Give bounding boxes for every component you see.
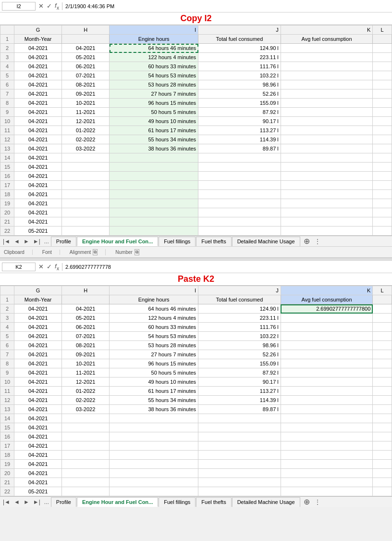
cell-H-b[interactable]: 03-2022 <box>62 405 110 414</box>
tab-fuel-fillings-top[interactable]: Fuel fillings <box>159 237 196 246</box>
ribbon-number-dialog[interactable]: ⧉ <box>135 249 139 255</box>
col-header-I[interactable]: I <box>110 25 198 35</box>
cell-J-b[interactable] <box>198 432 281 441</box>
cell-H[interactable] <box>62 181 110 190</box>
cell-K[interactable] <box>281 190 373 199</box>
tab-detailed-usage-bottom[interactable]: Detailed Machine Usage <box>232 497 300 507</box>
cell-H-b[interactable] <box>62 451 110 460</box>
tab-detailed-usage-top[interactable]: Detailed Machine Usage <box>232 237 300 246</box>
cell-J-b[interactable] <box>198 460 281 469</box>
cell-K-b[interactable]: 2.69902777777777800 <box>281 304 373 314</box>
cell-H[interactable]: 06-2021 <box>62 62 110 71</box>
cell-J-b[interactable]: 87.92 l <box>198 368 281 377</box>
cell-G-b[interactable]: 04-2021 <box>14 323 62 332</box>
col-header-I-b[interactable]: I <box>110 286 198 295</box>
cell-K[interactable] <box>281 53 373 62</box>
cell-H-b[interactable]: 08-2021 <box>62 341 110 350</box>
cell-J-b[interactable]: 114.39 l <box>198 396 281 405</box>
cell-I[interactable]: 60 hours 33 minutes <box>110 62 198 71</box>
col-header-H-b[interactable]: H <box>62 286 110 295</box>
cell-J[interactable]: 98.96 l <box>198 80 281 89</box>
cell-J[interactable] <box>198 181 281 190</box>
cell-J[interactable]: 113.27 l <box>198 126 281 135</box>
col-header-L-b[interactable]: L <box>373 286 392 295</box>
cell-G-b[interactable]: 04-2021 <box>14 469 62 478</box>
tab-add-bottom[interactable]: ⊕ <box>301 497 313 506</box>
cell-J[interactable]: 89.87 l <box>198 144 281 153</box>
cell-K[interactable] <box>281 144 373 153</box>
cell-K[interactable] <box>281 108 373 117</box>
cell-K[interactable] <box>281 89 373 99</box>
cell-I[interactable] <box>110 199 198 208</box>
cell-J[interactable]: 223.11 l <box>198 53 281 62</box>
cell-I-b[interactable]: 60 hours 33 minutes <box>110 323 198 332</box>
cell-G-b[interactable]: 04-2021 <box>14 314 62 323</box>
cell-G[interactable]: 05-2021 <box>14 226 62 236</box>
cell-J-b[interactable]: 223.11 l <box>198 314 281 323</box>
cell-H[interactable] <box>62 172 110 181</box>
cell-G-b[interactable]: 05-2021 <box>14 487 62 496</box>
cell-I[interactable]: 53 hours 28 minutes <box>110 80 198 89</box>
tab-nav-prev-b[interactable]: ◄ <box>12 499 22 505</box>
tab-profile-bottom[interactable]: Profile <box>51 497 76 507</box>
col-header-G[interactable]: G <box>14 25 62 35</box>
cell-ref-bottom[interactable] <box>2 263 36 271</box>
cell-I-b[interactable] <box>110 432 198 441</box>
cell-I[interactable]: 50 hours 5 minutes <box>110 108 198 117</box>
cell-H[interactable] <box>62 208 110 217</box>
cell-I[interactable] <box>110 208 198 217</box>
cell-I-b[interactable] <box>110 451 198 460</box>
cell-K[interactable] <box>281 153 373 163</box>
cell-K[interactable] <box>281 208 373 217</box>
cell-K[interactable] <box>281 99 373 108</box>
cell-H[interactable] <box>62 226 110 236</box>
cell-H[interactable]: 08-2021 <box>62 80 110 89</box>
cell-H-b[interactable] <box>62 423 110 432</box>
cell-G-b[interactable]: 04-2021 <box>14 368 62 377</box>
cell-K[interactable] <box>281 80 373 89</box>
cell-G[interactable]: 04-2021 <box>14 71 62 80</box>
cell-I-b[interactable] <box>110 469 198 478</box>
cell-J-b[interactable]: 111.76 l <box>198 323 281 332</box>
tab-nav-next-b[interactable]: ► <box>22 499 31 505</box>
cell-J[interactable] <box>198 172 281 181</box>
cell-H[interactable]: 09-2021 <box>62 89 110 99</box>
cell-H[interactable] <box>62 163 110 172</box>
cell-K-b[interactable] <box>281 405 373 414</box>
cell-I[interactable]: 27 hours 7 minutes <box>110 89 198 99</box>
cell-K-b[interactable] <box>281 487 373 496</box>
cell-G[interactable]: 04-2021 <box>14 208 62 217</box>
tab-engine-fuel-bottom[interactable]: Engine Hour and Fuel Con... <box>77 497 158 507</box>
cell-I-b[interactable]: 53 hours 28 minutes <box>110 341 198 350</box>
cell-J[interactable] <box>198 226 281 236</box>
cell-J[interactable] <box>198 208 281 217</box>
cell-J-b[interactable] <box>198 469 281 478</box>
cell-J[interactable]: 111.76 l <box>198 62 281 71</box>
cell-I-b[interactable] <box>110 414 198 423</box>
cell-J-b[interactable]: 52.26 l <box>198 350 281 359</box>
cell-I[interactable] <box>110 217 198 226</box>
col-header-H[interactable]: H <box>62 25 110 35</box>
cell-J[interactable]: 155.09 l <box>198 99 281 108</box>
cell-I-b[interactable] <box>110 423 198 432</box>
cell-G-b[interactable]: 04-2021 <box>14 478 62 487</box>
cell-H[interactable]: 07-2021 <box>62 71 110 80</box>
cell-J-b[interactable] <box>198 451 281 460</box>
cell-J[interactable]: 114.39 l <box>198 135 281 144</box>
cell-G[interactable]: 04-2021 <box>14 199 62 208</box>
cell-I[interactable] <box>110 226 198 236</box>
cell-G[interactable]: 04-2021 <box>14 99 62 108</box>
tab-fuel-thefts-bottom[interactable]: Fuel thefts <box>196 497 231 507</box>
tab-nav-next[interactable]: ► <box>22 238 31 245</box>
cell-H-b[interactable] <box>62 441 110 451</box>
cell-K[interactable] <box>281 117 373 126</box>
col-header-G-b[interactable]: G <box>14 286 62 295</box>
cell-H[interactable]: 10-2021 <box>62 99 110 108</box>
cell-K-b[interactable] <box>281 359 373 368</box>
cell-J-b[interactable]: 103.22 l <box>198 332 281 341</box>
cell-K-b[interactable] <box>281 377 373 387</box>
cell-G[interactable]: 04-2021 <box>14 126 62 135</box>
cell-H[interactable] <box>62 153 110 163</box>
col-header-K[interactable]: K <box>281 25 373 35</box>
cell-G[interactable]: 04-2021 <box>14 44 62 53</box>
